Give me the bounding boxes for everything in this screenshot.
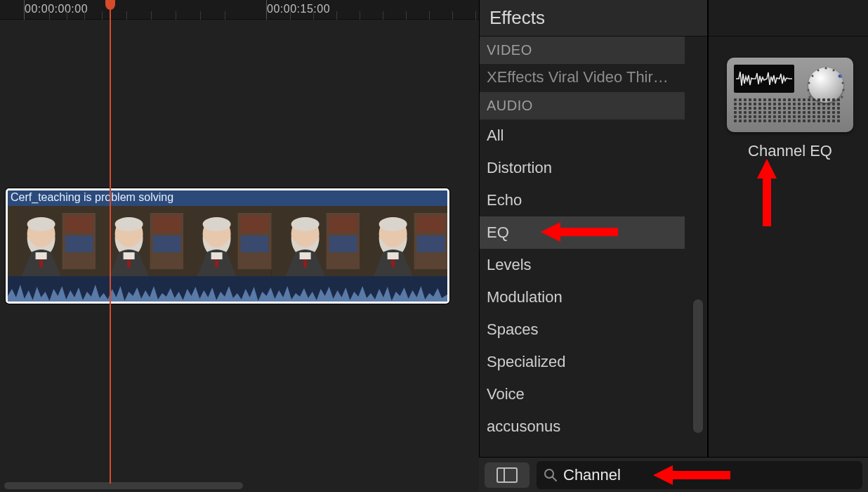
svg-rect-2: [65, 216, 93, 233]
svg-point-37: [808, 89, 810, 91]
svg-point-19: [203, 217, 231, 231]
clip-thumbnail: [360, 206, 447, 276]
timecode-label: 00:00:00:00: [25, 3, 88, 15]
effects-section-header: VIDEO: [480, 37, 685, 64]
effects-section-header: AUDIO: [480, 92, 685, 119]
clip-thumbnail: [183, 206, 271, 276]
view-mode-toggle[interactable]: [485, 462, 530, 488]
svg-line-50: [553, 477, 556, 481]
svg-point-43: [839, 75, 841, 77]
time-ruler[interactable]: 00:00:00:0000:00:15:00: [0, 0, 479, 20]
effects-browser-panel: Effects VIDEOXEffects Viral Video Thir…A…: [479, 0, 708, 492]
svg-point-12: [115, 217, 143, 231]
effects-category-list[interactable]: VIDEOXEffects Viral Video Thir…AUDIOAllD…: [480, 37, 707, 492]
preview-body: Channel EQ: [709, 37, 868, 492]
svg-rect-13: [124, 252, 135, 259]
svg-rect-47: [497, 468, 517, 482]
effect-preview-label: Channel EQ: [727, 142, 853, 160]
svg-rect-24: [329, 235, 357, 252]
svg-rect-17: [241, 235, 269, 252]
svg-point-5: [27, 217, 55, 231]
svg-point-39: [812, 75, 814, 77]
svg-point-26: [291, 217, 319, 231]
effects-category-item[interactable]: Specialized: [480, 346, 685, 378]
timeline-panel: 00:00:00:0000:00:15:00 Cerf_teaching is …: [0, 0, 479, 492]
svg-rect-9: [153, 216, 181, 233]
effects-category-item[interactable]: XEffects Viral Video Thir…: [480, 64, 685, 92]
effects-category-item[interactable]: accusonus: [480, 410, 685, 443]
clip-audio-waveform: [8, 276, 447, 304]
effects-category-item[interactable]: Distortion: [480, 152, 685, 184]
effects-category-item[interactable]: All: [480, 119, 685, 152]
svg-rect-34: [387, 252, 398, 259]
effects-category-item[interactable]: Echo: [480, 184, 685, 216]
effects-preview-panel: Channel EQ: [708, 0, 868, 492]
svg-rect-23: [329, 216, 357, 233]
svg-rect-20: [211, 252, 223, 259]
svg-point-42: [833, 70, 835, 72]
timecode-label: 00:00:15:00: [267, 3, 330, 15]
preview-header: [709, 0, 868, 37]
svg-rect-6: [36, 252, 47, 259]
svg-point-49: [545, 470, 553, 478]
svg-point-38: [808, 82, 810, 84]
svg-point-45: [843, 89, 845, 91]
timeline-clip[interactable]: Cerf_teaching is problem solving: [6, 188, 449, 304]
speaker-grille-icon: [734, 98, 846, 125]
playhead[interactable]: [110, 0, 111, 484]
effects-scrollbar[interactable]: [693, 299, 703, 433]
eq-waveform-icon: [734, 65, 794, 93]
timeline-horizontal-scrollbar[interactable]: [4, 482, 243, 489]
effects-category-item[interactable]: EQ: [480, 216, 685, 249]
svg-point-41: [825, 67, 827, 70]
svg-point-40: [817, 70, 820, 72]
clip-thumbnail: [8, 206, 96, 276]
timeline-body[interactable]: Cerf_teaching is problem solving: [0, 20, 479, 492]
effects-category-item[interactable]: Modulation: [480, 281, 685, 313]
clip-thumbnails: [8, 206, 447, 276]
effects-search-input[interactable]: [563, 466, 855, 484]
svg-rect-16: [241, 216, 269, 233]
effects-bottom-bar: [479, 457, 868, 492]
app-root: 00:00:00:0000:00:15:00 Cerf_teaching is …: [0, 0, 868, 492]
clip-title: Cerf_teaching is problem solving: [8, 190, 447, 206]
effects-header: Effects: [480, 0, 707, 37]
effects-category-item[interactable]: Spaces: [480, 313, 685, 346]
svg-rect-3: [65, 235, 93, 252]
clip-thumbnail: [272, 206, 360, 276]
effect-thumbnail[interactable]: [727, 58, 853, 132]
svg-rect-31: [416, 235, 445, 252]
effects-category-item[interactable]: Levels: [480, 249, 685, 281]
svg-point-44: [842, 82, 844, 84]
effects-search-field[interactable]: [537, 461, 862, 489]
svg-rect-27: [299, 252, 310, 259]
svg-rect-30: [416, 216, 445, 233]
effect-preview-card[interactable]: Channel EQ: [727, 58, 853, 160]
clip-thumbnail: [96, 206, 183, 276]
layout-icon: [497, 467, 518, 483]
effects-category-item[interactable]: Voice: [480, 378, 685, 410]
search-icon: [544, 468, 558, 482]
svg-point-33: [379, 217, 407, 231]
svg-rect-10: [153, 235, 181, 252]
